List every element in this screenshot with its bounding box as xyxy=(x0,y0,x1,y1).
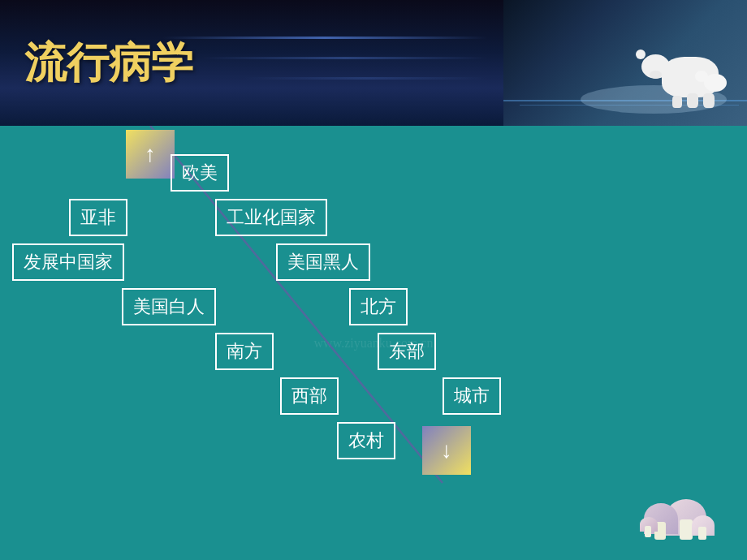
arrow-down-symbol: ↓ xyxy=(441,437,452,463)
main-content: www.ziyuanku.com.cn ↑ 欧美 亚非 工业化国家 发展中国家 … xyxy=(0,126,747,560)
label-dongbu: 东部 xyxy=(378,333,436,370)
label-nongcun: 农村 xyxy=(337,422,395,459)
mushroom-decoration xyxy=(625,463,723,544)
arrow-up-box: ↑ xyxy=(126,130,175,179)
label-meiguoheiren: 美国黑人 xyxy=(276,243,370,281)
arrow-up-symbol: ↑ xyxy=(145,141,156,167)
label-oumei: 欧美 xyxy=(171,154,229,192)
label-yafei: 亚非 xyxy=(69,199,127,236)
label-meiguobairen: 美国白人 xyxy=(122,288,216,325)
page-title: 流行病学 xyxy=(0,35,193,92)
header-image xyxy=(503,0,747,126)
arrow-down-box: ↓ xyxy=(422,426,471,475)
label-nanfang: 南方 xyxy=(215,333,274,370)
label-fazhan: 发展中国家 xyxy=(12,243,124,281)
label-beifang: 北方 xyxy=(349,288,408,325)
label-chengshi: 城市 xyxy=(443,377,501,415)
header-banner: 流行病学 xyxy=(0,0,747,126)
label-xibu: 西部 xyxy=(280,377,339,415)
label-gongyehua: 工业化国家 xyxy=(215,199,327,236)
